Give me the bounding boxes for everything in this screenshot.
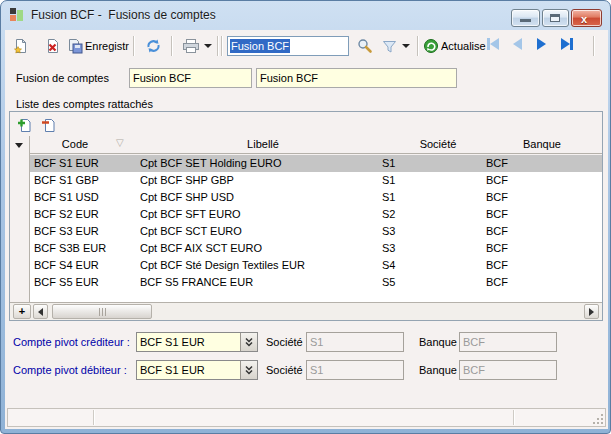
scroll-left-button[interactable] bbox=[33, 304, 48, 319]
toolbar-separator bbox=[221, 36, 222, 56]
save-icon bbox=[67, 38, 83, 54]
delete-button[interactable] bbox=[41, 35, 65, 57]
column-header-banque[interactable]: Banque bbox=[482, 138, 602, 150]
remove-row-button[interactable] bbox=[39, 116, 57, 134]
row-indicator-column bbox=[10, 136, 30, 302]
accounts-panel: Code ▽ Libellé Société Banque BCF S1 EUR… bbox=[9, 111, 603, 321]
grip-icon bbox=[99, 308, 100, 316]
printer-icon bbox=[182, 38, 200, 54]
debiteur-societe-field: S1 bbox=[306, 360, 404, 380]
filter-icon bbox=[382, 39, 397, 54]
last-icon bbox=[561, 38, 570, 50]
row-selector-icon[interactable] bbox=[15, 143, 23, 148]
maximize-icon bbox=[550, 14, 560, 22]
table-row[interactable]: BCF S1 GBPCpt BCF SHP GBPS1BCF bbox=[30, 172, 602, 189]
add-line-button[interactable]: + bbox=[13, 304, 31, 319]
column-header-libelle[interactable]: Libellé bbox=[136, 138, 390, 150]
refresh-button[interactable] bbox=[141, 35, 165, 57]
window-title: Fusion BCF - Fusions de comptes bbox=[31, 1, 216, 30]
grid-header: Code ▽ Libellé Société Banque bbox=[30, 136, 602, 154]
chevron-down-icon bbox=[402, 44, 410, 48]
actualise-icon bbox=[423, 38, 439, 54]
toolbar: Enregistr bbox=[5, 30, 608, 62]
previous-record-button[interactable] bbox=[513, 38, 533, 54]
list-section-label: Liste des comptes rattachés bbox=[16, 98, 153, 110]
table-row[interactable]: BCF S5 EURBCF S5 FRANCE EURS5BCF bbox=[30, 274, 602, 291]
statusbar-divider bbox=[513, 410, 514, 425]
scrollbar-thumb[interactable] bbox=[52, 304, 152, 319]
pivot-crediteur-value: BCF S1 EUR bbox=[140, 333, 205, 351]
chevron-double-down-icon bbox=[244, 365, 254, 376]
status-bar bbox=[7, 408, 606, 427]
column-header-societe[interactable]: Société bbox=[378, 138, 498, 150]
first-record-button[interactable] bbox=[487, 38, 507, 54]
fusion-label: Fusion de comptes bbox=[16, 72, 109, 84]
new-button[interactable] bbox=[9, 35, 33, 57]
banque-label: Banque bbox=[419, 360, 457, 380]
save-button[interactable]: Enregistr bbox=[67, 35, 129, 57]
societe-label: Société bbox=[266, 332, 303, 352]
filter-button[interactable] bbox=[377, 35, 401, 57]
minimize-icon bbox=[520, 19, 531, 22]
debiteur-banque-field: BCF bbox=[459, 360, 557, 380]
pivot-debiteur-value: BCF S1 EUR bbox=[140, 361, 205, 379]
print-button[interactable] bbox=[179, 35, 203, 57]
toolbar-separator bbox=[133, 36, 134, 56]
app-window: Fusion BCF - Fusions de comptes x bbox=[0, 0, 611, 434]
pivot-debiteur-combo[interactable]: BCF S1 EUR bbox=[136, 360, 258, 380]
resize-grip-icon[interactable] bbox=[601, 422, 603, 424]
close-icon: x bbox=[581, 13, 587, 25]
search-button[interactable] bbox=[353, 35, 377, 57]
search-icon bbox=[357, 38, 373, 54]
fusion-name-input[interactable] bbox=[256, 68, 457, 88]
column-header-code[interactable]: Code bbox=[30, 138, 120, 150]
add-row-button[interactable] bbox=[15, 116, 33, 134]
refresh-icon bbox=[145, 38, 162, 54]
table-row[interactable]: BCF S4 EURCpt BCF Sté Design Textiles EU… bbox=[30, 257, 602, 274]
crediteur-banque-field: BCF bbox=[459, 332, 557, 352]
societe-label: Société bbox=[266, 360, 303, 380]
filter-dropdown-button[interactable] bbox=[399, 35, 413, 57]
arrow-right-icon bbox=[589, 308, 594, 316]
minimize-button[interactable] bbox=[511, 9, 540, 27]
pivot-crediteur-dropdown-button[interactable] bbox=[240, 333, 257, 351]
pivot-crediteur-label: Compte pivot créditeur : bbox=[13, 332, 130, 352]
app-icon bbox=[10, 8, 24, 22]
actualise-label: Actualise bbox=[441, 40, 487, 52]
previous-icon bbox=[513, 38, 522, 50]
statusbar-divider bbox=[93, 410, 94, 425]
remove-row-icon bbox=[41, 118, 56, 133]
save-label: Enregistr bbox=[85, 40, 129, 52]
close-button[interactable]: x bbox=[571, 9, 602, 27]
last-record-button[interactable] bbox=[561, 38, 581, 54]
chevron-down-icon bbox=[204, 44, 212, 48]
toolbar-separator bbox=[417, 36, 418, 56]
arrow-left-icon bbox=[38, 308, 43, 316]
chevron-double-down-icon bbox=[244, 337, 254, 348]
search-input[interactable]: Fusion BCF bbox=[227, 36, 349, 56]
next-icon bbox=[537, 38, 546, 50]
actualise-button[interactable]: Actualise bbox=[423, 35, 487, 57]
add-row-icon bbox=[17, 118, 32, 133]
sort-icon: ▽ bbox=[116, 137, 124, 148]
print-dropdown-button[interactable] bbox=[201, 35, 215, 57]
fusion-code-input[interactable] bbox=[129, 68, 252, 88]
maximize-button[interactable] bbox=[542, 9, 569, 27]
delete-icon bbox=[45, 38, 61, 54]
horizontal-scrollbar[interactable]: + bbox=[10, 302, 602, 320]
table-row[interactable]: BCF S2 EURCpt BCF SFT EUROS2BCF bbox=[30, 206, 602, 223]
pivot-crediteur-combo[interactable]: BCF S1 EUR bbox=[136, 332, 258, 352]
table-row[interactable]: BCF S3 EURCpt BCF SCT EUROS3BCF bbox=[30, 223, 602, 240]
pivot-debiteur-dropdown-button[interactable] bbox=[240, 361, 257, 379]
scroll-right-button[interactable] bbox=[584, 304, 599, 319]
toolbar-separator bbox=[593, 36, 594, 56]
table-row[interactable]: BCF S1 EURCpt BCF SET Holding EUROS1BCF bbox=[30, 155, 602, 172]
table-row[interactable]: BCF S1 USDCpt BCF SHP USDS1BCF bbox=[30, 189, 602, 206]
banque-label: Banque bbox=[419, 332, 457, 352]
client-area: Enregistr bbox=[5, 30, 608, 429]
table-row[interactable]: BCF S3B EURCpt BCF AIX SCT EUROS3BCF bbox=[30, 240, 602, 257]
next-record-button[interactable] bbox=[537, 38, 557, 54]
crediteur-societe-field: S1 bbox=[306, 332, 404, 352]
pivot-debiteur-label: Compte pivot débiteur : bbox=[13, 360, 127, 380]
titlebar[interactable]: Fusion BCF - Fusions de comptes x bbox=[1, 1, 611, 30]
